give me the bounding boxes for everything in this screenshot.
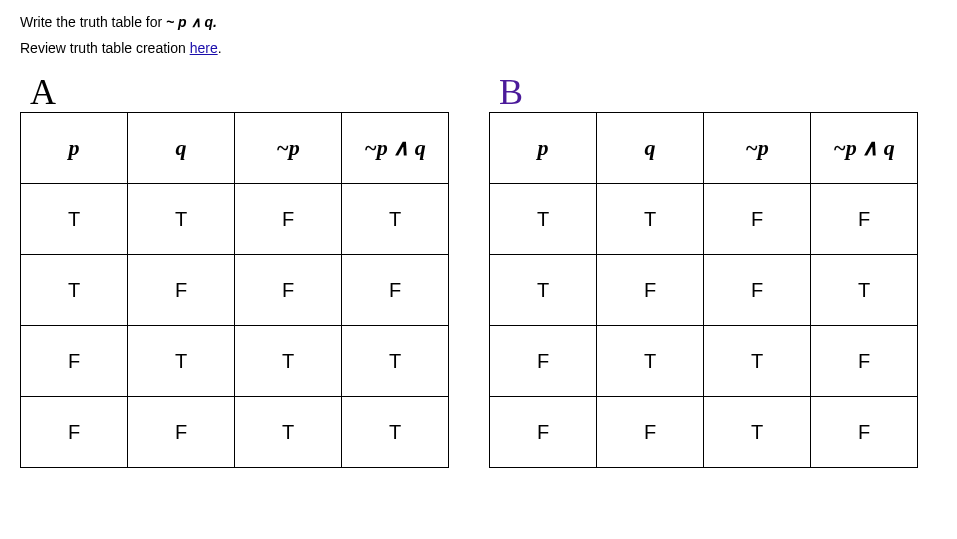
cell-value: T xyxy=(342,326,449,397)
cell-value: F xyxy=(811,326,918,397)
cell-value: T xyxy=(597,326,704,397)
col-header-notp-and-q: ~p ∧ q xyxy=(342,113,449,184)
question-expression: ~ p ∧ q. xyxy=(166,14,217,30)
cell-value: T xyxy=(597,184,704,255)
table-row: T T F T xyxy=(21,184,449,255)
col-header-p: p xyxy=(21,113,128,184)
col-header-notp: ~p xyxy=(235,113,342,184)
table-row: T F F T xyxy=(490,255,918,326)
cell-value: F xyxy=(128,255,235,326)
table-row: F F T T xyxy=(21,397,449,468)
cell-value: F xyxy=(597,255,704,326)
cell-value: T xyxy=(704,397,811,468)
cell-value: F xyxy=(704,184,811,255)
cell-value: T xyxy=(342,397,449,468)
table-header-row: p q ~p ~p ∧ q xyxy=(490,113,918,184)
cell-value: T xyxy=(704,326,811,397)
cell-value: T xyxy=(128,184,235,255)
cell-value: F xyxy=(235,255,342,326)
cell-value: F xyxy=(597,397,704,468)
cell-value: F xyxy=(490,397,597,468)
review-text-prefix: Review truth table creation xyxy=(20,40,190,56)
table-row: T F F F xyxy=(21,255,449,326)
cell-value: F xyxy=(235,184,342,255)
question-prompt-text: Write the truth table for xyxy=(20,14,166,30)
review-link[interactable]: here xyxy=(190,40,218,56)
question-prompt: Write the truth table for ~ p ∧ q. xyxy=(20,14,937,30)
col-header-notp-and-q: ~p ∧ q xyxy=(811,113,918,184)
label-b: B xyxy=(499,74,523,110)
cell-value: T xyxy=(342,184,449,255)
cell-value: F xyxy=(811,397,918,468)
cell-value: F xyxy=(811,184,918,255)
col-header-q: q xyxy=(597,113,704,184)
review-line: Review truth table creation here. xyxy=(20,40,937,56)
table-row: T T F F xyxy=(490,184,918,255)
cell-value: T xyxy=(21,255,128,326)
cell-value: F xyxy=(342,255,449,326)
table-row: F T T T xyxy=(21,326,449,397)
col-header-q: q xyxy=(128,113,235,184)
table-row: F T T F xyxy=(490,326,918,397)
truth-table-a: p q ~p ~p ∧ q T T F T T F F F F T T T xyxy=(20,112,449,468)
cell-value: F xyxy=(21,326,128,397)
cell-value: T xyxy=(490,255,597,326)
cell-value: T xyxy=(235,326,342,397)
cell-value: F xyxy=(490,326,597,397)
cell-value: F xyxy=(704,255,811,326)
cell-value: T xyxy=(21,184,128,255)
table-header-row: p q ~p ~p ∧ q xyxy=(21,113,449,184)
cell-value: T xyxy=(128,326,235,397)
cell-value: T xyxy=(811,255,918,326)
cell-value: T xyxy=(490,184,597,255)
cell-value: F xyxy=(21,397,128,468)
table-group-a: A p q ~p ~p ∧ q T T F T T F F F F xyxy=(20,74,449,468)
table-group-b: B p q ~p ~p ∧ q T T F F T F F T F xyxy=(489,74,918,468)
review-text-suffix: . xyxy=(218,40,222,56)
cell-value: T xyxy=(235,397,342,468)
cell-value: F xyxy=(128,397,235,468)
table-row: F F T F xyxy=(490,397,918,468)
col-header-p: p xyxy=(490,113,597,184)
label-a: A xyxy=(30,74,56,110)
tables-container: A p q ~p ~p ∧ q T T F T T F F F F xyxy=(20,74,937,468)
truth-table-b: p q ~p ~p ∧ q T T F F T F F T F T T F xyxy=(489,112,918,468)
col-header-notp: ~p xyxy=(704,113,811,184)
